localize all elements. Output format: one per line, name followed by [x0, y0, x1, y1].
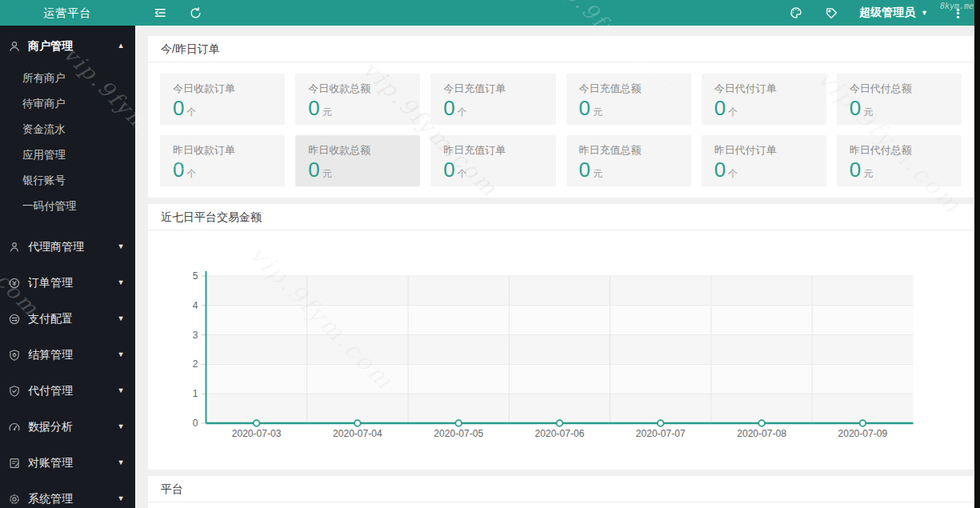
- y-tick-5: 5: [193, 270, 198, 282]
- x-tick-1: 2020-07-04: [333, 428, 382, 439]
- sidebar-item-label: 数据分析: [28, 420, 118, 434]
- palette-icon[interactable]: [789, 6, 803, 20]
- stat-card-today-payout-total: 今日代付总额 0元: [837, 74, 962, 125]
- stat-card-today-receive-total: 今日收款总额 0元: [295, 74, 420, 125]
- x-tick-3: 2020-07-06: [535, 428, 585, 439]
- chevron-down-icon: ▼: [117, 350, 124, 358]
- data-point-marker: [354, 420, 361, 426]
- platform-panel: 平台: [148, 476, 974, 508]
- orders-panel: 今/昨日订单 今日收款订单 0个 今日收款总额 0元 今日充值订单 0个: [148, 36, 974, 198]
- transactions-line-chart: 5 4 3 2 1 0: [148, 230, 974, 470]
- data-point-marker: [557, 420, 563, 426]
- data-point-marker: [860, 420, 866, 426]
- panel-title-platform: 平台: [148, 476, 974, 502]
- stat-card-yesterday-recharge-total: 昨日充值总额 0元: [566, 135, 691, 186]
- stat-value: 0: [308, 158, 319, 182]
- user-icon: [8, 40, 21, 53]
- chevron-down-icon: ▼: [117, 494, 124, 502]
- sidebar-item-payment-config[interactable]: 支付配置 ▼: [0, 301, 135, 337]
- sidebar-item-merchant-management[interactable]: 商户管理 ▲: [0, 28, 135, 64]
- sidebar-item-label: 对账管理: [28, 456, 118, 470]
- x-tick-5: 2020-07-08: [737, 428, 786, 439]
- data-point-marker: [658, 420, 664, 426]
- data-point-marker: [455, 420, 462, 426]
- stat-unit: 元: [863, 167, 873, 181]
- sidebar-item-payout-management[interactable]: 代付管理 ▼: [0, 373, 135, 409]
- stat-value: 0: [308, 97, 319, 121]
- sidebar-item-reconciliation-management[interactable]: 对账管理 ▼: [0, 445, 135, 481]
- stat-unit: 元: [322, 106, 332, 119]
- data-point-marker: [254, 420, 260, 426]
- stat-value: 0: [714, 97, 726, 121]
- shield-check-icon: [8, 385, 21, 398]
- stat-card-today-payout-orders: 今日代付订单 0个: [702, 74, 826, 125]
- stat-card-yesterday-receive-total: 昨日收款总额 0元: [295, 135, 420, 186]
- more-options-icon[interactable]: ⋮: [949, 7, 967, 19]
- stat-card-yesterday-payout-total: 昨日代付总额 0元: [837, 135, 962, 186]
- chevron-down-icon: ▼: [117, 458, 124, 466]
- sidebar-item-agent-management[interactable]: 代理商管理 ▼: [0, 229, 135, 265]
- sidebar-item-all-merchants[interactable]: 所有商户: [0, 66, 135, 91]
- tag-icon[interactable]: [824, 6, 838, 20]
- sidebar-item-app-management[interactable]: 应用管理: [0, 142, 135, 168]
- sidebar-item-data-analytics[interactable]: 数据分析 ▼: [0, 409, 135, 445]
- chart-panel: 近七日平台交易金额: [148, 204, 974, 470]
- y-tick-4: 4: [193, 300, 198, 311]
- stat-unit: 个: [458, 106, 467, 119]
- chevron-down-icon: ▼: [117, 314, 124, 322]
- stat-unit: 个: [186, 167, 196, 181]
- sidebar-item-order-management[interactable]: 订单管理 ▼: [0, 265, 135, 301]
- chevron-down-icon: ▼: [921, 10, 928, 17]
- sidebar-item-pending-merchants[interactable]: 待审商户: [0, 91, 135, 117]
- data-point-marker: [758, 420, 765, 426]
- main-area: 超级管理员 ▼ ⋮ 今/昨日订单 今日收款订单 0个 今日收款总额 0元: [135, 0, 980, 508]
- stat-value: 0: [579, 97, 590, 121]
- user-menu[interactable]: 超级管理员 ▼: [859, 6, 928, 20]
- stat-value: 0: [850, 97, 861, 121]
- stat-value: 0: [714, 158, 726, 182]
- sidebar-item-settlement-management[interactable]: 结算管理 ▼: [0, 337, 135, 373]
- chevron-down-icon: ▼: [117, 386, 124, 394]
- coin-icon: [8, 277, 21, 290]
- stat-unit: 元: [863, 106, 873, 119]
- sidebar-item-label: 代付管理: [28, 384, 118, 398]
- sidebar-item-onecode-pay[interactable]: 一码付管理: [0, 194, 135, 219]
- stat-unit: 个: [728, 106, 738, 119]
- y-tick-2: 2: [193, 358, 198, 370]
- sidebar-item-system-management[interactable]: 系统管理 ▼: [0, 481, 135, 508]
- stat-card-today-receive-orders: 今日收款订单 0个: [160, 74, 285, 125]
- chevron-down-icon: ▼: [117, 422, 124, 430]
- sidebar-groups: 代理商管理 ▼ 订单管理 ▼ 支付配置 ▼: [0, 229, 135, 508]
- sliders-icon: [8, 313, 21, 326]
- refresh-icon[interactable]: [188, 6, 202, 20]
- stat-unit: 元: [593, 106, 602, 119]
- sidebar-item-label: 订单管理: [28, 276, 118, 290]
- sidebar-item-fund-flow[interactable]: 资金流水: [0, 117, 135, 142]
- stat-unit: 元: [322, 167, 332, 181]
- stat-unit: 元: [593, 167, 602, 181]
- stat-value: 0: [850, 158, 861, 182]
- stat-unit: 个: [728, 167, 738, 181]
- panel-title-chart: 近七日平台交易金额: [148, 204, 974, 230]
- stat-unit: 个: [186, 106, 196, 119]
- menu-fold-icon[interactable]: [153, 6, 167, 20]
- sidebar-item-label: 商户管理: [28, 39, 118, 54]
- chevron-up-icon: ▲: [117, 42, 124, 50]
- y-tick-0: 0: [193, 418, 198, 429]
- sidebar-item-bank-accounts[interactable]: 银行账号: [0, 168, 135, 194]
- x-tick-2: 2020-07-05: [434, 428, 483, 439]
- brand-title: 运营平台: [0, 0, 135, 26]
- stat-unit: 个: [458, 167, 467, 181]
- merchant-submenu: 所有商户 待审商户 资金流水 应用管理 银行账号 一码付管理: [0, 64, 135, 224]
- user-name: 超级管理员: [859, 6, 915, 20]
- sidebar: 运营平台 商户管理 ▲ 所有商户 待审商户 资金流水 应用管理 银行账号 一码付…: [0, 0, 135, 508]
- stat-value: 0: [173, 97, 184, 121]
- right-edge-strip: [974, 0, 980, 508]
- stat-cards-grid: 今日收款订单 0个 今日收款总额 0元 今日充值订单 0个 今日充值总额 0元: [148, 62, 974, 198]
- stat-card-today-recharge-orders: 今日充值订单 0个: [430, 74, 555, 125]
- sidebar-item-label: 支付配置: [28, 312, 118, 326]
- sidebar-nav: 商户管理 ▲ 所有商户 待审商户 资金流水 应用管理 银行账号 一码付管理 代理…: [0, 26, 135, 508]
- sidebar-item-label: 代理商管理: [28, 240, 118, 254]
- agent-icon: [8, 241, 21, 254]
- x-tick-4: 2020-07-07: [636, 428, 686, 439]
